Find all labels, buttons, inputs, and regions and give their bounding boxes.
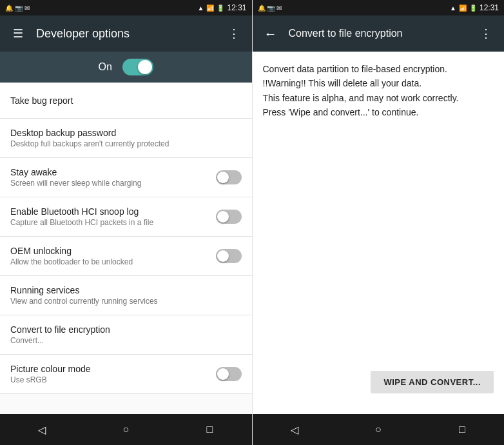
stay-awake-knob [217, 172, 229, 183]
running-services-title: Running services [10, 285, 242, 295]
take-bug-report-title: Take bug report [10, 95, 242, 106]
encryption-description: Convert data partition to file-based enc… [263, 62, 494, 120]
left-panel: 🔔 📷 ✉ ▲ 📶 🔋 12:31 ☰ Developer options ⋮ … [0, 0, 252, 445]
developer-options-toggle-label: On [99, 61, 112, 73]
setting-oem-unlocking[interactable]: OEM unlocking Allow the bootloader to be… [0, 237, 252, 276]
right-status-bar-left: 🔔 📷 ✉ [258, 5, 282, 12]
left-nav-bar: ◁ ○ □ [0, 414, 252, 445]
left-toolbar-title: Developer options [36, 27, 226, 41]
right-wifi-icon: ▲ [450, 5, 456, 12]
oem-unlocking-knob [217, 250, 229, 262]
settings-list: Take bug report Desktop backup password … [0, 83, 252, 414]
notification-icons: 🔔 📷 ✉ [5, 5, 30, 12]
right-overflow-menu-button[interactable]: ⋮ [478, 26, 494, 41]
right-back-nav-button[interactable]: ◁ [284, 419, 305, 440]
stay-awake-toggle[interactable] [216, 170, 242, 184]
right-home-button[interactable]: ○ [368, 419, 389, 440]
signal-icon: 📶 [206, 5, 214, 12]
right-toolbar-title: Convert to file encryption [289, 28, 479, 39]
bluetooth-hci-subtitle: Capture all Bluetooth HCI packets in a f… [10, 218, 216, 227]
recents-button[interactable]: □ [199, 419, 220, 440]
bluetooth-hci-knob [217, 211, 229, 222]
desktop-backup-subtitle: Desktop full backups aren't currently pr… [10, 139, 242, 148]
left-toolbar: ☰ Developer options ⋮ [0, 15, 252, 52]
button-area: WIPE AND CONVERT... [263, 371, 494, 404]
wifi-icon: ▲ [198, 5, 204, 12]
stay-awake-subtitle: Screen will never sleep while charging [10, 179, 216, 188]
oem-unlocking-subtitle: Allow the bootloader to be unlocked [10, 257, 216, 266]
setting-running-services[interactable]: Running services View and control curren… [0, 276, 252, 315]
right-nav-bar: ◁ ○ □ [253, 414, 505, 445]
back-button[interactable]: ◁ [32, 419, 52, 440]
right-panel: 🔔 📷 ✉ ▲ 📶 🔋 12:31 ← Convert to file encr… [252, 0, 505, 445]
oem-unlocking-toggle[interactable] [216, 249, 242, 263]
setting-desktop-backup-password[interactable]: Desktop backup password Desktop full bac… [0, 119, 252, 158]
picture-colour-toggle[interactable] [216, 367, 242, 381]
right-signal-icon: 📶 [459, 5, 467, 12]
right-status-bar-right: ▲ 📶 🔋 12:31 [450, 3, 499, 12]
left-status-bar: 🔔 📷 ✉ ▲ 📶 🔋 12:31 [0, 0, 252, 15]
developer-options-toggle-row: On [0, 52, 252, 83]
left-time: 12:31 [227, 3, 246, 12]
wipe-and-convert-button[interactable]: WIPE AND CONVERT... [371, 371, 494, 393]
right-notification-icons: 🔔 📷 ✉ [258, 5, 282, 12]
running-services-subtitle: View and control currently running servi… [10, 297, 242, 306]
convert-encryption-title: Convert to file encryption [10, 324, 242, 335]
right-battery-icon: 🔋 [469, 5, 477, 12]
setting-convert-to-file-encryption[interactable]: Convert to file encryption Convert... [0, 315, 252, 355]
right-back-button[interactable]: ← [263, 26, 278, 41]
stay-awake-title: Stay awake [10, 167, 216, 177]
oem-unlocking-title: OEM unlocking [10, 246, 216, 256]
right-recents-button[interactable]: □ [452, 419, 472, 440]
picture-colour-title: Picture colour mode [10, 364, 216, 374]
developer-options-toggle[interactable] [122, 59, 153, 75]
right-toolbar: ← Convert to file encryption ⋮ [253, 15, 505, 52]
setting-take-bug-report[interactable]: Take bug report [0, 83, 252, 119]
right-status-bar: 🔔 📷 ✉ ▲ 📶 🔋 12:31 [253, 0, 505, 15]
picture-colour-subtitle: Use sRGB [10, 375, 216, 384]
battery-icon: 🔋 [217, 5, 224, 12]
status-bar-left-icons: 🔔 📷 ✉ [5, 5, 30, 12]
picture-colour-knob [217, 368, 229, 380]
status-bar-right-icons: ▲ 📶 🔋 12:31 [198, 3, 247, 12]
bluetooth-hci-toggle[interactable] [216, 210, 242, 224]
content-area: Convert data partition to file-based enc… [253, 52, 505, 414]
convert-encryption-subtitle: Convert... [10, 336, 242, 345]
setting-stay-awake[interactable]: Stay awake Screen will never sleep while… [0, 158, 252, 197]
hamburger-button[interactable]: ☰ [10, 26, 26, 41]
setting-bluetooth-hci[interactable]: Enable Bluetooth HCI snoop log Capture a… [0, 197, 252, 237]
overflow-menu-button[interactable]: ⋮ [226, 26, 242, 41]
home-button[interactable]: ○ [115, 419, 136, 440]
bluetooth-hci-title: Enable Bluetooth HCI snoop log [10, 206, 216, 217]
desktop-backup-title: Desktop backup password [10, 128, 242, 138]
setting-picture-colour-mode[interactable]: Picture colour mode Use sRGB [0, 355, 252, 394]
toggle-knob [138, 60, 152, 74]
right-time: 12:31 [480, 3, 499, 12]
